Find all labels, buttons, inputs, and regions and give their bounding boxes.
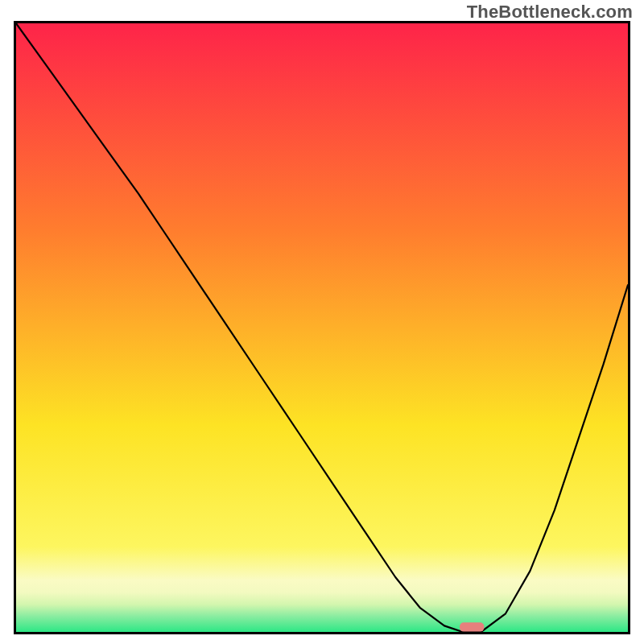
watermark-text: TheBottleneck.com bbox=[467, 2, 633, 23]
chart-stage: TheBottleneck.com bbox=[0, 0, 644, 644]
gradient-background bbox=[16, 23, 628, 632]
plot-area bbox=[14, 21, 630, 634]
optimal-marker bbox=[460, 622, 484, 631]
chart-svg bbox=[16, 23, 628, 632]
